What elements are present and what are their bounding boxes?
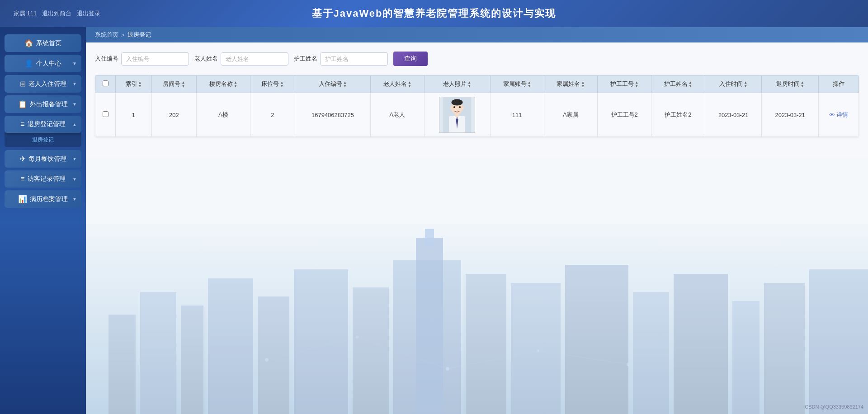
detail-text[interactable]: 详情 xyxy=(836,111,848,119)
sidebar-item-meal[interactable]: ✈ 每月餐饮管理 ▼ xyxy=(5,150,81,168)
sidebar-item-outing[interactable]: 📋 外出报备管理 ▼ xyxy=(5,95,81,113)
sort-elder-name: ▲▼ xyxy=(408,81,411,88)
sort-bed: ▲▼ xyxy=(280,81,283,88)
col-nurse-id: 护工工号▲▼ xyxy=(598,75,651,93)
col-photo: 老人照片▲▼ xyxy=(424,75,490,93)
sort-checkin-time: ▲▼ xyxy=(744,81,747,88)
sidebar-btn-personal[interactable]: 👤 个人中心 ▼ xyxy=(5,55,81,72)
detail-link[interactable]: 👁 详情 xyxy=(822,111,855,119)
col-room: 房间号▲▼ xyxy=(151,75,196,93)
cell-checkin-no: 1679406283725 xyxy=(295,93,370,137)
sidebar-label-meal: 每月餐饮管理 xyxy=(28,155,66,163)
col-action: 操作 xyxy=(819,75,859,93)
svg-point-9 xyxy=(462,106,464,109)
checkout-icon: ≡ xyxy=(20,120,24,128)
sidebar-item-elder[interactable]: ⊞ 老人入住管理 ▼ xyxy=(5,75,81,93)
cell-index: 1 xyxy=(116,93,152,137)
header-row: 索引▲▼ 房间号▲▼ 楼房名称▲▼ 床位号▲▼ xyxy=(95,75,859,93)
svg-point-8 xyxy=(450,106,453,109)
col-building: 楼房名称▲▼ xyxy=(196,75,250,93)
table-header: 索引▲▼ 房间号▲▼ 楼房名称▲▼ 床位号▲▼ xyxy=(95,75,859,93)
sidebar-btn-home[interactable]: 🏠 系统首页 xyxy=(5,34,81,52)
search-group-elder: 老人姓名 xyxy=(194,52,288,66)
sidebar-item-medical[interactable]: 📊 病历档案管理 ▼ xyxy=(5,190,81,208)
elder-label: 老人姓名 xyxy=(194,55,218,63)
col-nurse-name: 护工姓名▲▼ xyxy=(651,75,705,93)
nav-front-link[interactable]: 退出到前台 xyxy=(42,9,71,18)
checkin-input[interactable] xyxy=(121,52,189,66)
row-checkbox[interactable] xyxy=(95,93,116,137)
sidebar-item-checkout[interactable]: ≡ 退房登记管理 ▲ 退房登记 xyxy=(5,116,81,147)
sort-room: ▲▼ xyxy=(181,81,185,88)
sidebar-btn-outing[interactable]: 📋 外出报备管理 ▼ xyxy=(5,95,81,113)
cell-bed: 2 xyxy=(250,93,295,137)
person-icon: 👤 xyxy=(24,59,33,68)
svg-point-3 xyxy=(452,99,463,105)
sidebar-label-medical: 病历档案管理 xyxy=(30,195,68,203)
cell-checkin-time: 2023-03-21 xyxy=(705,93,762,137)
sidebar-item-visitor[interactable]: ≡ 访客记录管理 ▼ xyxy=(5,170,81,188)
sort-family-account: ▲▼ xyxy=(528,81,531,88)
sort-nurse-id: ▲▼ xyxy=(635,81,638,88)
col-checkout-time: 退房时间▲▼ xyxy=(762,75,819,93)
sidebar-item-personal[interactable]: 👤 个人中心 ▼ xyxy=(5,55,81,72)
sidebar-btn-checkout[interactable]: ≡ 退房登记管理 ▲ xyxy=(5,116,81,133)
svg-point-10 xyxy=(453,106,455,108)
sort-index: ▲▼ xyxy=(138,81,142,88)
col-family-account: 家属账号▲▼ xyxy=(490,75,544,93)
breadcrumb-separator: > xyxy=(121,32,125,38)
elder-photo xyxy=(439,97,475,133)
cell-elder-name: A老人 xyxy=(371,93,425,137)
elder-input[interactable] xyxy=(221,52,288,66)
col-family-name: 家属姓名▲▼ xyxy=(544,75,598,93)
sort-nurse-name: ▲▼ xyxy=(689,81,692,88)
header: 家属 111 退出到前台 退出登录 基于JavaWeb的智慧养老院管理系统的设计… xyxy=(0,0,868,27)
layout: 🏠 系统首页 👤 个人中心 ▼ ⊞ 老人入住管理 ▼ 📋 外出报备管理 ▼ xyxy=(0,27,868,414)
page-content: 入住编号 老人姓名 护工姓名 查询 xyxy=(86,42,868,414)
table-container: 索引▲▼ 房间号▲▼ 楼房名称▲▼ 床位号▲▼ xyxy=(95,75,859,137)
sidebar-label-outing: 外出报备管理 xyxy=(30,100,68,108)
svg-rect-4 xyxy=(455,113,459,117)
medical-icon: 📊 xyxy=(18,195,27,203)
sidebar-label-checkout: 退房登记管理 xyxy=(28,120,66,128)
outing-icon: 📋 xyxy=(18,100,27,108)
cell-photo xyxy=(424,93,490,137)
search-group-checkin: 入住编号 xyxy=(95,52,189,66)
data-table: 索引▲▼ 房间号▲▼ 楼房名称▲▼ 床位号▲▼ xyxy=(95,75,859,137)
sidebar-item-home[interactable]: 🏠 系统首页 xyxy=(5,34,81,52)
row-select-checkbox[interactable] xyxy=(103,111,108,117)
sidebar-btn-medical[interactable]: 📊 病历档案管理 ▼ xyxy=(5,190,81,208)
col-checkin-time: 入住时间▲▼ xyxy=(705,75,762,93)
header-left: 家属 111 退出到前台 退出登录 xyxy=(14,9,100,18)
col-bed: 床位号▲▼ xyxy=(250,75,295,93)
search-group-nurse: 护工姓名 xyxy=(294,52,388,66)
cell-checkout-time: 2023-03-21 xyxy=(762,93,819,137)
sort-checkout-time: ▲▼ xyxy=(801,81,804,88)
arrow-icon: ▼ xyxy=(72,61,77,66)
col-checkin: 入住编号▲▼ xyxy=(295,75,370,93)
sidebar-btn-visitor[interactable]: ≡ 访客记录管理 ▼ xyxy=(5,170,81,188)
cell-action: 👁 详情 xyxy=(819,93,859,137)
sidebar-btn-elder[interactable]: ⊞ 老人入住管理 ▼ xyxy=(5,75,81,93)
sort-photo: ▲▼ xyxy=(467,81,471,88)
col-checkbox xyxy=(95,75,116,93)
header-title: 基于JavaWeb的智慧养老院管理系统的设计与实现 xyxy=(312,7,557,20)
elder-icon: ⊞ xyxy=(20,80,26,88)
nurse-input[interactable] xyxy=(320,52,388,66)
sidebar-label-elder: 老人入住管理 xyxy=(28,80,66,88)
col-elder-name: 老人姓名▲▼ xyxy=(371,75,425,93)
sidebar-sub-item-checkout-reg[interactable]: 退房登记 xyxy=(5,133,81,147)
select-all-checkbox[interactable] xyxy=(103,80,108,86)
person-photo-svg xyxy=(441,97,473,133)
search-button[interactable]: 查询 xyxy=(393,52,428,66)
svg-point-11 xyxy=(459,106,461,108)
arrow-icon-5: ▼ xyxy=(72,156,77,161)
breadcrumb-home[interactable]: 系统首页 xyxy=(95,31,118,39)
sidebar-btn-meal[interactable]: ✈ 每月餐饮管理 ▼ xyxy=(5,150,81,168)
nav-logout-link[interactable]: 退出登录 xyxy=(77,9,100,18)
col-index: 索引▲▼ xyxy=(116,75,152,93)
sort-family-name: ▲▼ xyxy=(581,81,585,88)
arrow-icon-3: ▼ xyxy=(72,102,77,107)
cell-room: 202 xyxy=(151,93,196,137)
search-bar: 入住编号 老人姓名 护工姓名 查询 xyxy=(95,52,859,66)
